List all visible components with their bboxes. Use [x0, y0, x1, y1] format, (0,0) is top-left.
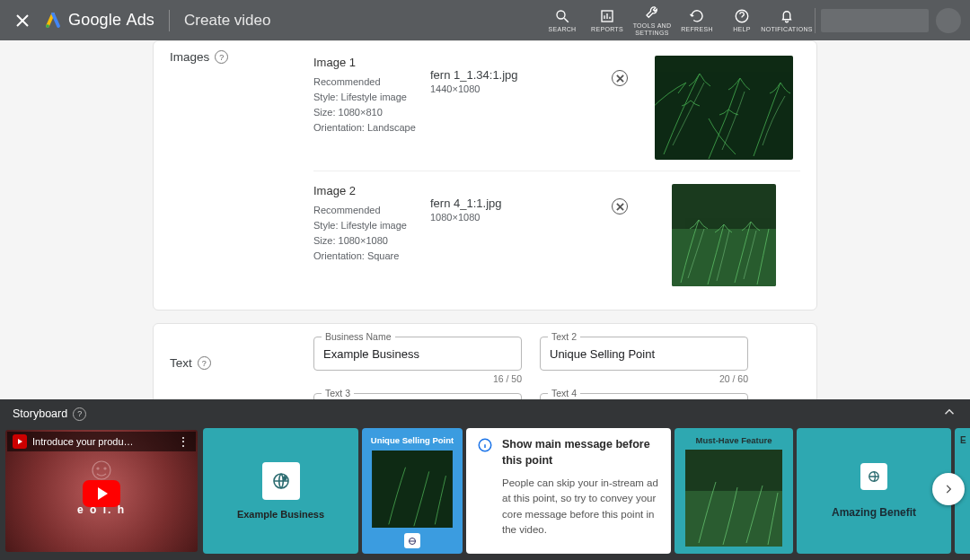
header-divider-right	[815, 8, 816, 33]
storyboard-frame-5[interactable]: Must-Have Feature	[675, 428, 793, 554]
frame-2-caption: Example Business	[237, 509, 324, 520]
field-legend: Text 3	[322, 388, 354, 398]
chevron-right-icon	[942, 483, 955, 495]
field-legend: Text 2	[548, 331, 580, 342]
frame-7-initial: E	[960, 435, 966, 445]
remove-x-icon	[616, 203, 624, 211]
images-heading: Images	[170, 50, 209, 64]
video-more-icon[interactable]: ⋮	[177, 434, 190, 449]
face-doodle-icon	[84, 459, 119, 482]
chevron-up-icon	[941, 404, 957, 420]
video-title: Introduce your produ…	[32, 436, 134, 447]
header-divider	[169, 10, 170, 31]
app-header: Google Ads Create video SEARCH REPORTS T…	[0, 0, 970, 40]
wrench-icon	[644, 4, 660, 21]
notifications-button[interactable]: NOTIFICATIONS	[764, 8, 809, 33]
google-ads-logo-icon	[45, 13, 61, 29]
storyboard-title: Storyboard	[13, 407, 67, 420]
help-icon	[734, 8, 750, 24]
text-section-card: Text ? Business Name 16 / 50 Text 2 2	[153, 323, 817, 399]
frame-3-title: Unique Selling Point	[371, 435, 454, 445]
search-button[interactable]: SEARCH	[540, 8, 585, 33]
svg-point-0	[46, 24, 49, 28]
image-row-1: Image 1 Recommended Style: Lifestyle ima…	[313, 50, 800, 171]
frame-3-logo-chip	[404, 533, 420, 548]
svg-point-1	[557, 11, 565, 19]
field-text-2: Text 2 20 / 60	[540, 337, 748, 384]
image-row-2: Image 2 Recommended Style: Lifestyle ima…	[313, 171, 800, 297]
svg-rect-4	[655, 56, 793, 160]
svg-rect-11	[372, 451, 453, 528]
storyboard-frame-6[interactable]: Amazing Benefit	[797, 428, 951, 554]
storyboard-frame-video[interactable]: Introduce your produ… ⋮ e o l. h	[4, 428, 199, 554]
storyboard-frames[interactable]: Introduce your produ… ⋮ e o l. h Example…	[0, 428, 970, 560]
tools-settings-button[interactable]: TOOLS ANDSETTINGS	[630, 4, 675, 36]
storyboard-collapse-button[interactable]	[941, 404, 957, 424]
svg-point-7	[93, 461, 110, 479]
frame-5-image	[685, 450, 782, 547]
brand-text: Google Ads	[68, 11, 154, 30]
field-business-name: Business Name 16 / 50	[313, 337, 522, 384]
main-scroll[interactable]: Images ? Image 1 Recommended Style: Life…	[0, 40, 970, 399]
image-1-thumbnail[interactable]	[655, 56, 793, 160]
logo-placeholder-icon	[262, 462, 300, 500]
help-button[interactable]: HELP	[719, 8, 764, 33]
brand-logo: Google Ads	[45, 11, 154, 30]
close-icon	[16, 14, 29, 27]
refresh-icon	[689, 8, 705, 24]
storyboard-panel: Storyboard ? Introduce your produ… ⋮ e o…	[0, 399, 970, 560]
svg-point-8	[97, 468, 99, 469]
remove-x-icon	[616, 74, 624, 83]
business-name-input[interactable]	[323, 347, 512, 361]
image-2-thumbnail[interactable]	[672, 184, 776, 286]
text-help-icon[interactable]: ?	[198, 356, 211, 370]
images-section-card: Images ? Image 1 Recommended Style: Life…	[153, 40, 817, 311]
images-help-icon[interactable]: ?	[215, 50, 228, 64]
reports-button[interactable]: REPORTS	[585, 8, 630, 33]
bell-icon	[779, 8, 795, 24]
field-legend: Business Name	[322, 331, 395, 342]
page-title: Create video	[184, 12, 270, 30]
reports-icon	[599, 8, 615, 24]
refresh-button[interactable]: REFRESH	[675, 8, 719, 33]
field-legend: Text 4	[548, 388, 580, 398]
search-icon	[554, 8, 570, 24]
avatar[interactable]	[936, 8, 961, 33]
image-1-remove-button[interactable]	[612, 70, 628, 86]
frame-6-logo-chip	[860, 463, 887, 490]
storyboard-help-icon[interactable]: ?	[73, 407, 86, 421]
image-2-dimensions: 1080×1080	[430, 212, 592, 223]
youtube-icon	[13, 434, 27, 449]
storyboard-tip-card: Show main message before this point Peop…	[466, 428, 671, 554]
field-text-3: Text 3 17 / 60	[313, 393, 522, 399]
image-1-label: Image 1	[313, 56, 430, 69]
image-1-dimensions: 1440×1080	[430, 83, 592, 94]
tip-title: Show main message before this point	[502, 437, 660, 468]
frame-5-title: Must-Have Feature	[675, 435, 793, 445]
play-button[interactable]	[83, 480, 120, 507]
text-2-input[interactable]	[550, 347, 738, 361]
frame-3-image	[369, 451, 455, 528]
image-2-filename: fern 4_1:1.jpg	[430, 197, 592, 210]
field-counter: 20 / 60	[540, 373, 748, 384]
image-2-label: Image 2	[313, 184, 430, 197]
storyboard-frame-2[interactable]: Example Business	[203, 428, 358, 554]
field-counter: 16 / 50	[313, 373, 522, 384]
storyboard-frame-3[interactable]: Unique Selling Point	[362, 428, 463, 554]
close-button[interactable]	[11, 9, 34, 32]
info-icon	[477, 437, 493, 453]
account-switcher[interactable]	[821, 9, 929, 32]
image-2-recommendations: Recommended Style: Lifestyle image Size:…	[313, 203, 430, 264]
tip-body: People can skip your in-stream ad at thi…	[502, 476, 660, 538]
image-1-filename: fern 1_1.34:1.jpg	[430, 68, 592, 82]
image-1-recommendations: Recommended Style: Lifestyle image Size:…	[313, 74, 430, 136]
field-text-4: Text 4 15 / 90	[540, 393, 748, 399]
storyboard-next-button[interactable]	[932, 473, 965, 505]
text-heading: Text	[170, 356, 192, 370]
svg-point-9	[104, 468, 106, 469]
image-2-remove-button[interactable]	[612, 198, 628, 214]
frame-6-caption: Amazing Benefit	[832, 506, 916, 519]
